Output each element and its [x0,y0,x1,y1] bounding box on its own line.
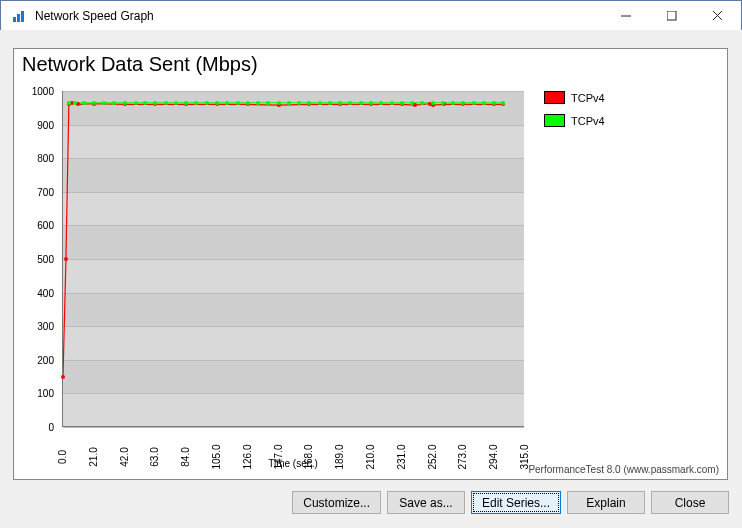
data-point [164,101,168,105]
window-controls [603,1,741,30]
data-point [420,101,424,105]
x-tick-label: 189.0 [334,444,345,469]
data-point [277,101,281,105]
legend-label: TCPv4 [571,92,605,104]
y-tick-label: 700 [37,186,54,197]
data-point [390,101,394,105]
x-tick-label: 294.0 [488,444,499,469]
save-as-button[interactable]: Save as... [387,491,465,514]
close-button[interactable]: Close [651,491,729,514]
y-tick-label: 800 [37,153,54,164]
data-point [92,101,96,105]
y-tick-label: 0 [48,422,54,433]
window-title: Network Speed Graph [35,9,603,23]
data-point [400,101,404,105]
legend-label: TCPv4 [571,115,605,127]
data-point [236,101,240,105]
data-point [307,101,311,105]
y-axis: 01002003004005006007008009001000 [14,91,58,427]
data-point [441,101,445,105]
svg-rect-5 [667,11,676,20]
data-point [82,101,86,105]
footer-credit: PerformanceTest 8.0 (www.passmark.com) [528,464,719,475]
y-tick-label: 300 [37,321,54,332]
data-point [338,101,342,105]
chart-panel: Network Data Sent (Mbps) 010020030040050… [13,48,728,480]
legend-item: TCPv4 [544,114,605,127]
x-tick-label: 168.0 [303,444,314,469]
data-point [123,101,127,105]
data-point [102,101,106,105]
customize-button[interactable]: Customize... [292,491,381,514]
chart-lines [63,91,525,427]
data-point [501,101,505,105]
legend-swatch [544,114,565,127]
x-tick-label: 0.0 [57,450,68,464]
x-tick-label: 63.0 [149,447,160,466]
data-point [492,101,496,105]
edit-series-button[interactable]: Edit Series... [471,491,561,514]
data-point [318,101,322,105]
data-point [174,101,178,105]
data-point [184,101,188,105]
data-point [472,101,476,105]
data-point [328,101,332,105]
x-tick-label: 84.0 [180,447,191,466]
data-point [451,101,455,105]
titlebar: Network Speed Graph [1,1,741,31]
data-point [297,101,301,105]
maximize-button[interactable] [649,1,695,30]
svg-rect-2 [17,14,20,22]
y-tick-label: 900 [37,119,54,130]
svg-rect-3 [21,11,24,22]
x-tick-label: 231.0 [395,444,406,469]
data-point [215,101,219,105]
button-row: Customize... Save as... Edit Series... E… [292,491,729,514]
y-tick-label: 200 [37,354,54,365]
svg-rect-1 [13,17,16,22]
data-point [287,101,291,105]
x-axis: Time (sec.) 0.021.042.063.084.0105.0126.… [62,427,524,471]
minimize-button[interactable] [603,1,649,30]
data-point [369,101,373,105]
data-point [153,101,157,105]
data-point [348,101,352,105]
content-area: Network Data Sent (Mbps) 010020030040050… [0,30,742,528]
x-tick-label: 21.0 [87,447,98,466]
data-point [256,101,260,105]
data-point [205,101,209,105]
data-point [112,101,116,105]
data-point [246,101,250,105]
y-tick-label: 400 [37,287,54,298]
x-tick-label: 252.0 [426,444,437,469]
data-point [482,101,486,105]
legend-swatch [544,91,565,104]
x-tick-label: 273.0 [457,444,468,469]
y-tick-label: 500 [37,254,54,265]
y-tick-label: 1000 [32,86,54,97]
explain-button[interactable]: Explain [567,491,645,514]
x-tick-label: 147.0 [272,444,283,469]
data-point [143,101,147,105]
x-tick-label: 126.0 [241,444,252,469]
legend: TCPv4TCPv4 [544,91,605,137]
data-point [194,101,198,105]
data-point [461,101,465,105]
data-point [64,257,68,261]
x-tick-label: 210.0 [365,444,376,469]
close-window-button[interactable] [695,1,741,30]
data-point [359,101,363,105]
data-point [73,101,77,105]
x-tick-label: 105.0 [211,444,222,469]
x-tick-label: 42.0 [118,447,129,466]
data-point [61,375,65,379]
data-point [67,101,71,105]
legend-item: TCPv4 [544,91,605,104]
y-tick-label: 100 [37,388,54,399]
y-tick-label: 600 [37,220,54,231]
data-point [379,101,383,105]
data-point [225,101,229,105]
data-point [410,101,414,105]
chart-title: Network Data Sent (Mbps) [22,53,258,76]
data-point [266,101,270,105]
